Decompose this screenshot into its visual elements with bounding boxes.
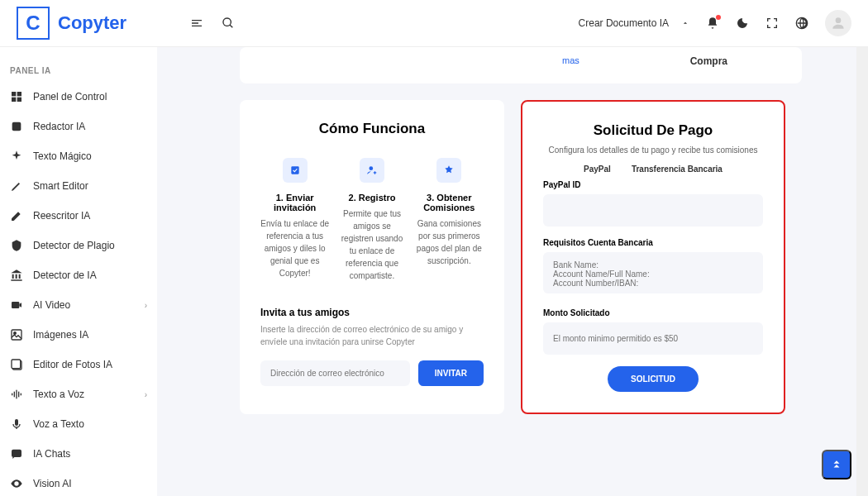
sidebar-item-label: Voz a Texto [33, 418, 84, 430]
step-icon [436, 158, 461, 183]
svg-rect-17 [12, 450, 21, 457]
video-icon [10, 298, 23, 312]
eye-icon [10, 477, 23, 490]
sidebar-item-label: Redactor IA [33, 121, 85, 132]
sidebar-item-mic[interactable]: Voz a Texto [0, 409, 157, 439]
sidebar-item-dashboard[interactable]: Panel de Control [0, 82, 157, 112]
sidebar-item-shield[interactable]: Detector de Plagio [0, 231, 157, 260]
fullscreen-button[interactable] [765, 17, 779, 30]
bank-req-label: Requisitos Cuenta Bancaria [543, 238, 763, 247]
step-desc: Permite que tus amigos se registren usan… [337, 207, 406, 282]
sidebar-item-label: Reescritor IA [33, 210, 90, 222]
logo-box: C [17, 7, 50, 40]
step-1: 1. Enviar invitaciónEnvía tu enlace de r… [260, 158, 329, 282]
svg-rect-4 [17, 98, 21, 102]
sidebar-item-sound[interactable]: Texto a Voz› [0, 379, 157, 409]
search-button[interactable] [222, 17, 235, 30]
step-title: 1. Enviar invitación [260, 193, 329, 212]
svg-rect-11 [12, 393, 12, 396]
top-card: mas Compra [240, 47, 802, 83]
shield-icon [10, 239, 23, 252]
amount-label: Monto Solicitado [543, 308, 763, 317]
paypal-id-label: PayPal ID [543, 180, 763, 189]
sidebar-item-image[interactable]: Imágenes IA [0, 320, 157, 350]
invite-email-input[interactable] [260, 360, 410, 386]
chevron-up-icon [681, 19, 689, 27]
moon-icon [736, 17, 749, 30]
header-left-actions [190, 17, 235, 30]
sidebar-item-chat[interactable]: IA Chats [0, 439, 157, 469]
language-button[interactable] [795, 17, 808, 30]
step-title: 2. Registro [337, 193, 406, 203]
sidebar-item-label: Panel de Control [33, 91, 107, 103]
svg-rect-7 [12, 330, 21, 340]
logo-group[interactable]: C Copyter [17, 7, 174, 40]
request-button[interactable]: SOLICITUD [608, 366, 699, 392]
page-scrollbar[interactable] [856, 0, 868, 496]
tab-paypal[interactable]: PayPal [584, 165, 611, 174]
sidebar-item-label: Texto Mágico [33, 150, 92, 162]
sidebar-item-gallery[interactable]: Editor de Fotos IA [0, 350, 157, 379]
step-icon [283, 158, 308, 183]
sidebar-item-sparkle[interactable]: Texto Mágico [0, 141, 157, 171]
sidebar-item-bank[interactable]: Detector de IA [0, 260, 157, 290]
sidebar-item-pen[interactable]: Smart Editor [0, 171, 157, 201]
sidebar-item-label: Editor de Fotos IA [33, 359, 112, 370]
sidebar-item-label: Detector de Plagio [33, 240, 115, 251]
theme-toggle-button[interactable] [736, 17, 749, 30]
step-3: 3. Obtener ComisionesGana comisiones por… [415, 158, 484, 282]
step-icon [360, 158, 384, 183]
menu-icon [190, 17, 203, 30]
sidebar-item-ai[interactable]: Redactor IA [0, 112, 157, 141]
menu-toggle-button[interactable] [190, 17, 203, 30]
svg-point-0 [836, 17, 842, 23]
dashboard-icon [10, 90, 23, 103]
svg-rect-10 [12, 360, 21, 369]
create-doc-label: Crear Documento IA [579, 17, 669, 29]
payment-request-card: Solicitud De Pago Configura los detalles… [521, 100, 785, 414]
how-title: Cómo Funciona [260, 121, 484, 137]
user-icon [830, 15, 847, 31]
svg-rect-14 [18, 392, 19, 398]
bank-icon [10, 269, 23, 282]
how-steps: 1. Enviar invitaciónEnvía tu enlace de r… [260, 158, 484, 282]
chat-icon [10, 447, 23, 460]
chevron-right-icon: › [145, 390, 147, 399]
avatar-button[interactable] [825, 10, 851, 36]
invite-title: Invita a tus amigos [260, 307, 484, 318]
svg-rect-5 [12, 122, 21, 131]
invite-button[interactable]: INVITAR [418, 360, 484, 386]
sidebar-item-label: Smart Editor [33, 180, 88, 192]
svg-rect-6 [12, 302, 19, 308]
create-doc-button[interactable]: Crear Documento IA [579, 17, 689, 29]
logo-text: Copyter [58, 12, 126, 34]
sidebar-item-eye[interactable]: Vision AI [0, 469, 157, 496]
bank-req-textarea[interactable] [543, 252, 763, 293]
invite-desc: Inserte la dirección de correo electróni… [260, 323, 484, 348]
expand-icon [765, 17, 779, 30]
sidebar-item-label: Texto a Voz [33, 389, 84, 400]
sound-icon [10, 388, 23, 401]
svg-rect-2 [17, 92, 21, 96]
ai-icon [10, 120, 23, 133]
image-icon [10, 328, 23, 341]
amount-input[interactable] [543, 322, 763, 355]
notification-dot [716, 15, 721, 20]
search-icon [222, 17, 235, 30]
sidebar-item-video[interactable]: AI Video› [0, 290, 157, 320]
globe-icon [795, 17, 808, 30]
top-more-label: mas [265, 55, 579, 67]
notifications-button[interactable] [706, 17, 719, 30]
svg-rect-1 [12, 92, 16, 96]
sidebar-item-label: IA Chats [33, 448, 70, 460]
top-buy-label[interactable]: Compra [690, 55, 777, 67]
sparkle-icon [10, 150, 23, 163]
svg-rect-12 [14, 392, 15, 398]
svg-rect-13 [16, 390, 17, 399]
scroll-top-button[interactable] [822, 450, 851, 479]
paypal-id-input[interactable] [543, 194, 763, 227]
tab-bank[interactable]: Transferencia Bancaria [632, 165, 723, 174]
sidebar-item-edit[interactable]: Reescritor IA [0, 201, 157, 231]
header: C Copyter Crear Documento IA [0, 0, 868, 47]
payment-subtitle: Configura los detalles de tu pago y reci… [543, 145, 763, 155]
